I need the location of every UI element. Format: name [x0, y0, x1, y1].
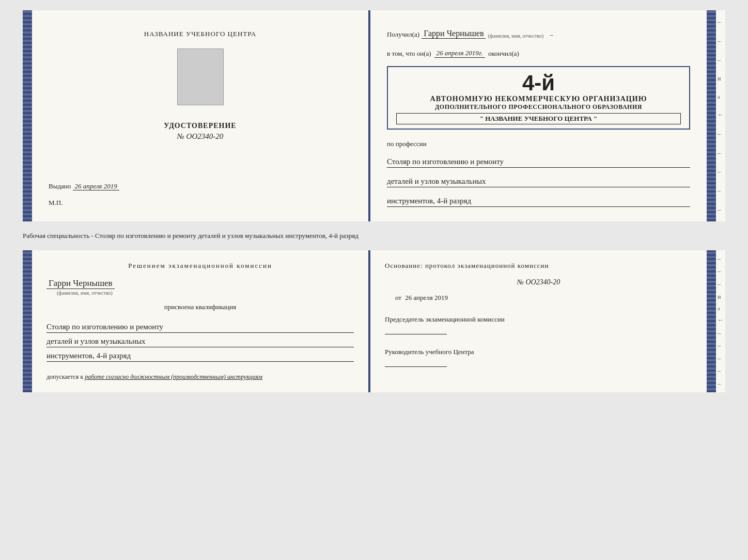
- osnovanie-label: Основание: протокол экзаменационной коми…: [385, 262, 692, 270]
- page-right-2: Основание: протокол экзаменационной коми…: [370, 250, 707, 392]
- rukovoditel-label: Руководитель учебного Центра: [385, 348, 474, 356]
- vtom-line: в том, что он(а) 26 апреля 2019г. окончи…: [387, 49, 690, 58]
- profession-line1: Столяр по изготовлению и ремонту: [387, 156, 690, 168]
- okonchil-label: окончил(а): [488, 50, 519, 58]
- dopuskaetsya-block: допускается к работе согласно должностны…: [46, 373, 354, 381]
- recipient-name-2: Гарри Чернышев: [46, 278, 115, 289]
- spine-left-1: [23, 10, 32, 221]
- caption-block: Рабочая специальность - Столяр по изгото…: [23, 230, 725, 242]
- page-right-1: Получил(а) Гарри Чернышев (фамилия, имя,…: [370, 10, 707, 221]
- photo-placeholder: [177, 49, 224, 105]
- recipient-name: Гарри Чернышев: [422, 29, 486, 39]
- predsedatel-sig-line: [385, 334, 447, 334]
- stamp-line2: ДОПОЛНИТЕЛЬНОГО ПРОФЕССИОНАЛЬНОГО ОБРАЗО…: [396, 103, 681, 111]
- rukovoditel-sig-line: [385, 366, 447, 367]
- ot-label: от: [395, 294, 401, 301]
- ot-date: 26 апреля 2019: [405, 294, 448, 301]
- four-badge: 4-й: [396, 71, 681, 95]
- document-pair-2: Решением экзаменационной комиссии Гарри …: [23, 250, 725, 392]
- resheniem-title: Решением экзаменационной комиссии: [46, 262, 354, 270]
- kvalif-line1: Столяр по изготовлению и ремонту: [46, 322, 354, 333]
- predsedatel-block: Председатель экзаменационной комиссии: [385, 315, 692, 334]
- vydano-label: Выдано: [49, 182, 71, 190]
- document-pair-1: НАЗВАНИЕ УЧЕБНОГО ЦЕНТРА УДОСТОВЕРЕНИЕ №…: [23, 10, 725, 221]
- profession-line2: деталей и узлов музыкальных: [387, 176, 690, 187]
- poluchil-label: Получил(а): [387, 30, 419, 39]
- po-professii-label: по профессии: [387, 140, 690, 148]
- kvalif-block: Столяр по изготовлению и ремонту деталей…: [46, 318, 354, 362]
- prisvoena-label: присвоена квалификация: [46, 303, 354, 311]
- fio-label-2: (фамилия, имя, отчество): [57, 290, 113, 296]
- spine-right-2: [707, 250, 716, 392]
- vydano-value: 26 апреля 2019: [73, 182, 119, 190]
- right-deco-2: – – – и а ← – – – – –: [716, 250, 725, 392]
- fio-label-1: (фамилия, имя, отчество): [488, 33, 543, 39]
- dopuskaetsya-value: работе согласно должностным (производств…: [85, 373, 262, 380]
- page-left-2: Решением экзаменационной комиссии Гарри …: [32, 250, 370, 392]
- right-deco-1: – – – и а ← – – – – –: [716, 10, 725, 221]
- num-line: № OO2340-20: [385, 278, 692, 286]
- vtom-date: 26 апреля 2019г.: [434, 49, 485, 58]
- udost-num: № OO2340-20: [164, 132, 236, 141]
- stamp-line1: АВТОНОМНУЮ НЕКОММЕРЧЕСКУЮ ОРГАНИЗАЦИЮ: [396, 95, 681, 103]
- left-heading: НАЗВАНИЕ УЧЕБНОГО ЦЕНТРА: [144, 30, 256, 38]
- predsedatel-label: Председатель экзаменационной комиссии: [385, 315, 505, 323]
- vydano-line: Выдано 26 апреля 2019: [49, 182, 352, 190]
- spine-right-1: [707, 10, 716, 221]
- udost-title: УДОСТОВЕРЕНИЕ: [164, 122, 236, 130]
- profession-line3: инструментов, 4-й разряд: [387, 196, 690, 207]
- udost-block: УДОСТОВЕРЕНИЕ № OO2340-20: [164, 122, 236, 141]
- stamp-line3: " НАЗВАНИЕ УЧЕБНОГО ЦЕНТРА ": [396, 113, 681, 124]
- kvalif-line3: инструментов, 4-й разряд: [46, 350, 354, 362]
- poluchil-line: Получил(а) Гарри Чернышев (фамилия, имя,…: [387, 29, 690, 39]
- rukovoditel-block: Руководитель учебного Центра: [385, 348, 692, 367]
- spine-left-2: [23, 250, 32, 392]
- ot-line: от 26 апреля 2019: [395, 294, 692, 302]
- kvalif-line2: деталей и узлов музыкальных: [46, 336, 354, 347]
- mp-line: М.П.: [49, 199, 352, 207]
- dopuskaetsya-prefix: допускается к: [46, 373, 83, 380]
- name-block-2: Гарри Чернышев (фамилия, имя, отчество): [46, 278, 354, 296]
- page-left-1: НАЗВАНИЕ УЧЕБНОГО ЦЕНТРА УДОСТОВЕРЕНИЕ №…: [32, 10, 370, 221]
- stamp-block: 4-й АВТОНОМНУЮ НЕКОММЕРЧЕСКУЮ ОРГАНИЗАЦИ…: [387, 66, 690, 130]
- caption-text: Рабочая специальность - Столяр по изгото…: [23, 232, 359, 239]
- vtom-label: в том, что он(а): [387, 50, 431, 58]
